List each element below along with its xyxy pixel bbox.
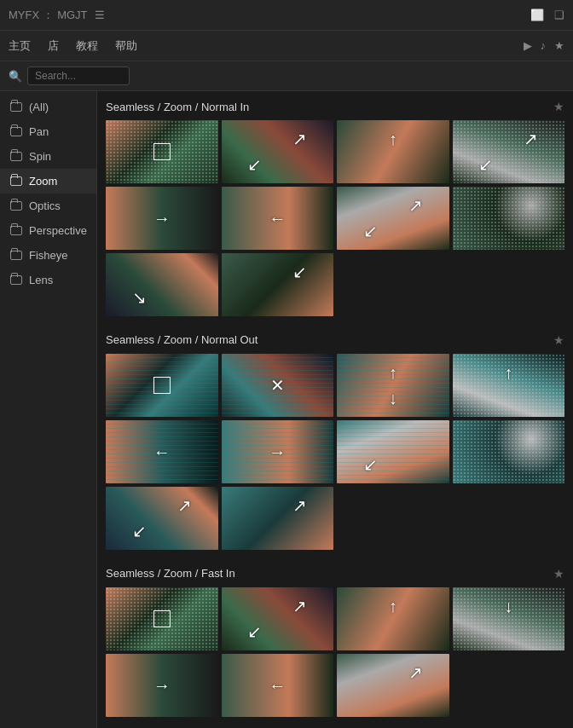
folder-icon (10, 251, 22, 260)
se-arrow: ↘ (132, 287, 147, 308)
thumb-no-6[interactable]: → (222, 420, 334, 483)
sidebar-item-perspective[interactable]: Perspective (0, 218, 96, 243)
sidebar-item-fisheye[interactable]: Fisheye (0, 243, 96, 268)
thumb-no-10[interactable]: ↗ (222, 487, 334, 550)
ne-arrow: ↗ (177, 495, 192, 516)
thumb-no-8[interactable] (453, 420, 565, 483)
folder-icon (10, 201, 22, 211)
sidebar-label-zoom: Zoom (29, 175, 57, 188)
app-header: MYFX ： MGJT ☰ ⬜ ❑ (0, 0, 573, 31)
folder-icon (10, 102, 22, 112)
sidebar-label-pan: Pan (29, 125, 49, 138)
stripe-overlay (337, 420, 449, 483)
grid-fast-in: ↗ ↙ ↑ ↓ → ← ↗ (106, 587, 564, 717)
search-icon: 🔍 (9, 70, 22, 83)
folder-icon (10, 127, 22, 136)
thumb-no-5[interactable]: ← (106, 420, 218, 483)
thumb-no-9[interactable]: ↗ ↙ (106, 487, 218, 550)
expand-arrow: ↗ (292, 129, 307, 149)
grid-normal-out: ✕ ↑ ↓ ↑ ← → (106, 354, 564, 550)
section-normal-in: Seamless / Zoom / Normal In ★ ↗ ↙ ↑ (106, 100, 564, 316)
thumb-fi-1[interactable] (106, 587, 218, 650)
ne-arrow: ↗ (408, 662, 423, 683)
sidebar-item-all[interactable]: (All) (0, 95, 96, 119)
sidebar-item-zoom[interactable]: Zoom (0, 169, 96, 194)
menu-icon[interactable]: ☰ (95, 9, 105, 21)
sw-arrow-2: ↙ (132, 521, 147, 541)
brand: MYFX ： MGJT (9, 8, 88, 23)
ne-arrow-2: ↗ (292, 495, 307, 516)
dot-overlay (453, 187, 565, 250)
section-star-normal-in[interactable]: ★ (553, 100, 564, 113)
folder-icon (10, 152, 22, 161)
window-icon-1[interactable]: ⬜ (530, 9, 544, 21)
nav-home[interactable]: 主页 (9, 38, 31, 54)
sidebar-item-lens[interactable]: Lens (0, 268, 96, 292)
up-arrow: ↑ (504, 363, 512, 383)
section-title-normal-in: Seamless / Zoom / Normal In (106, 101, 249, 113)
sw-arrow: ↙ (363, 221, 378, 241)
thumb-ni-8[interactable] (453, 187, 565, 250)
right-arrow: → (269, 442, 286, 461)
folder-icon (10, 226, 22, 235)
section-star-normal-out[interactable]: ★ (553, 333, 564, 347)
thumb-fi-7[interactable]: ↗ (337, 654, 449, 717)
brand-mgjt: MGJT (57, 9, 87, 21)
thumb-no-1[interactable] (106, 354, 218, 417)
folder-icon (10, 176, 22, 186)
left-arrow: ← (269, 208, 286, 228)
expand-arrow: ↗ (524, 129, 538, 149)
down-arrow: ↓ (504, 597, 512, 616)
ne-arrow: ↗ (408, 195, 423, 216)
thumb-no-7[interactable]: ↙ (337, 420, 449, 483)
rect-overlay (153, 143, 171, 160)
main-layout: (All) Pan Spin Zoom Optics Perspective F… (0, 91, 573, 728)
sidebar-item-spin[interactable]: Spin (0, 144, 96, 169)
nav-shop[interactable]: 店 (48, 38, 59, 54)
brand-sep: ： (43, 8, 54, 23)
right-arrow: → (153, 675, 171, 695)
thumb-fi-2[interactable]: ↗ ↙ (222, 587, 334, 650)
thumb-fi-6[interactable]: ← (222, 654, 334, 717)
nav-tutorial[interactable]: 教程 (76, 38, 98, 54)
contract-arrow: ↙ (247, 154, 262, 175)
thumb-no-4[interactable]: ↑ (453, 354, 565, 417)
thumb-fi-3[interactable]: ↑ (337, 587, 449, 650)
thumb-ni-4[interactable]: ↗ ↙ (453, 120, 565, 183)
section-title-fast-in: Seamless / Zoom / Fast In (106, 567, 235, 580)
thumb-ni-6[interactable]: ← (222, 187, 334, 250)
thumb-ni-7[interactable]: ↗ ↙ (337, 187, 449, 250)
sidebar-item-optics[interactable]: Optics (0, 194, 96, 218)
up-arrow: ↑ (389, 363, 397, 383)
thumb-fi-5[interactable]: → (106, 654, 218, 717)
thumb-ni-5[interactable]: → (106, 187, 218, 250)
rect-overlay (153, 377, 171, 394)
thumb-ni-10[interactable]: ↙ (222, 253, 334, 316)
thumb-ni-9[interactable]: ↘ (106, 253, 218, 316)
play-icon[interactable]: ▶ (524, 39, 532, 52)
dot-overlay (453, 120, 565, 183)
thumb-no-2[interactable]: ✕ (222, 354, 334, 417)
section-star-fast-in[interactable]: ★ (553, 567, 564, 581)
section-fast-in: Seamless / Zoom / Fast In ★ ↗ ↙ ↑ (106, 567, 564, 717)
window-icon-2[interactable]: ❑ (554, 9, 564, 21)
star-nav-icon[interactable]: ★ (554, 39, 564, 52)
grid-normal-in: ↗ ↙ ↑ ↗ ↙ → ← ↗ (106, 120, 564, 316)
rect-overlay (153, 610, 171, 627)
brand-myfx: MYFX (9, 9, 39, 21)
thumb-ni-2[interactable]: ↗ ↙ (222, 120, 334, 183)
section-header-fast-in: Seamless / Zoom / Fast In ★ (106, 567, 564, 581)
section-header-normal-out: Seamless / Zoom / Normal Out ★ (106, 333, 564, 347)
section-normal-out: Seamless / Zoom / Normal Out ★ ✕ ↑ ↓ (106, 333, 564, 550)
sound-icon[interactable]: ♪ (541, 39, 547, 52)
thumb-no-3[interactable]: ↑ ↓ (337, 354, 449, 417)
sidebar-item-pan[interactable]: Pan (0, 119, 96, 144)
search-input[interactable] (27, 66, 130, 85)
thumb-ni-3[interactable]: ↑ (337, 120, 449, 183)
nav-help[interactable]: 帮助 (115, 38, 137, 54)
thumb-fi-4[interactable]: ↓ (453, 587, 565, 650)
expand-arrow: ↗ (292, 596, 307, 616)
thumb-ni-1[interactable] (106, 120, 218, 183)
contract-arrow: ↙ (478, 154, 493, 175)
nav-bar: 主页 店 教程 帮助 ▶ ♪ ★ (0, 31, 573, 61)
